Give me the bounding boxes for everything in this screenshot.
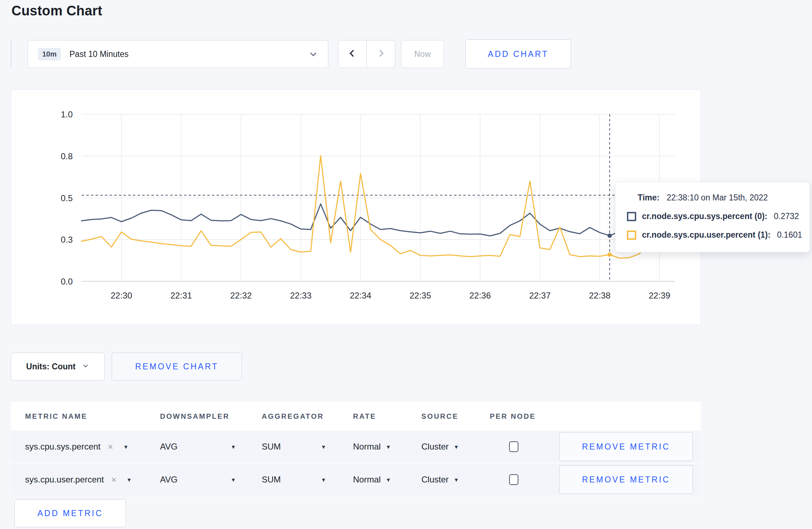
caret-down-icon: ▼ <box>386 444 391 450</box>
svg-text:0.3: 0.3 <box>61 235 73 244</box>
downsampler-value: AVG <box>160 442 178 452</box>
caret-down-icon: ▼ <box>231 444 236 450</box>
tooltip-series-swatch <box>627 212 636 221</box>
metric-name-select[interactable]: sys.cpu.sys.percent × ▼ <box>25 442 160 452</box>
svg-text:22:37: 22:37 <box>529 291 551 300</box>
time-prev-button[interactable] <box>338 40 367 68</box>
svg-text:22:35: 22:35 <box>410 291 431 300</box>
units-dropdown[interactable]: Units: Count <box>11 353 105 380</box>
timeseries-chart[interactable]: 0.00.30.50.81.022:3022:3122:3222:3322:34… <box>11 90 700 324</box>
clear-icon[interactable]: × <box>108 442 113 451</box>
remove-metric-label: REMOVE METRIC <box>582 475 670 485</box>
svg-text:22:31: 22:31 <box>170 291 192 300</box>
caret-down-icon: ▼ <box>454 477 459 483</box>
rate-select[interactable]: Normal ▼ <box>353 475 421 485</box>
tooltip-series-name: cr.node.sys.cpu.sys.percent (0): <box>642 212 767 221</box>
toolbar-divider <box>11 40 11 68</box>
svg-text:22:39: 22:39 <box>649 291 670 300</box>
per-node-checkbox[interactable] <box>509 474 518 485</box>
time-range-label: Past 10 Minutes <box>69 49 129 59</box>
svg-text:1.0: 1.0 <box>61 110 73 119</box>
chart-card: 0.00.30.50.81.022:3022:3122:3222:3322:34… <box>11 89 701 325</box>
time-nav-group <box>338 40 395 68</box>
svg-text:22:33: 22:33 <box>290 291 311 300</box>
metric-name-value: sys.cpu.sys.percent <box>25 442 101 452</box>
metrics-table-header: METRIC NAME DOWNSAMPLER AGGREGATOR RATE … <box>11 402 701 431</box>
source-value: Cluster <box>421 475 449 485</box>
custom-chart-page: Custom Chart 10m Past 10 Minutes Now ADD… <box>0 0 812 529</box>
aggregator-select[interactable]: SUM ▼ <box>262 442 326 452</box>
metric-name-value: sys.cpu.user.percent <box>25 475 104 485</box>
remove-metric-label: REMOVE METRIC <box>582 442 670 452</box>
time-range-badge: 10m <box>38 48 61 60</box>
page-title: Custom Chart <box>11 0 102 21</box>
per-node-checkbox[interactable] <box>509 441 518 452</box>
svg-text:22:36: 22:36 <box>469 291 491 300</box>
remove-metric-button[interactable]: REMOVE METRIC <box>559 465 693 494</box>
tooltip-time-value: 22:38:10 on Mar 15th, 2022 <box>667 193 768 203</box>
rate-value: Normal <box>353 442 381 452</box>
caret-down-icon: ▼ <box>386 477 391 483</box>
metric-row: sys.cpu.sys.percent × ▼ AVG ▼ SUM ▼ Norm… <box>11 431 701 464</box>
tooltip-time-row: Time: 22:38:10 on Mar 15th, 2022 <box>627 193 799 203</box>
time-next-button[interactable] <box>367 40 395 68</box>
caret-down-icon: ▼ <box>231 477 236 483</box>
metric-row: sys.cpu.user.percent × ▼ AVG ▼ SUM ▼ Nor… <box>11 464 701 496</box>
chart-tooltip: Time: 22:38:10 on Mar 15th, 2022 cr.node… <box>615 182 810 252</box>
chevron-down-icon <box>82 362 89 371</box>
clear-icon[interactable]: × <box>111 475 116 484</box>
now-button[interactable]: Now <box>401 40 444 68</box>
col-header-aggregator: AGGREGATOR <box>262 412 353 421</box>
tooltip-series-value: 0.2732 <box>774 212 799 221</box>
rate-select[interactable]: Normal ▼ <box>353 442 421 452</box>
remove-chart-button[interactable]: REMOVE CHART <box>112 353 242 380</box>
svg-text:22:38: 22:38 <box>589 291 610 300</box>
chevron-right-icon <box>376 48 386 60</box>
source-select[interactable]: Cluster ▼ <box>421 475 490 485</box>
col-header-source: SOURCE <box>421 412 490 421</box>
svg-text:22:30: 22:30 <box>111 291 132 300</box>
tooltip-series-name: cr.node.sys.cpu.user.percent (1): <box>642 230 770 240</box>
downsampler-value: AVG <box>160 475 178 485</box>
col-header-downsampler: DOWNSAMPLER <box>160 412 262 421</box>
svg-text:0.5: 0.5 <box>61 193 73 203</box>
svg-text:0.8: 0.8 <box>61 151 73 161</box>
now-button-label: Now <box>414 49 431 59</box>
col-header-per-node: PER NODE <box>490 412 548 421</box>
metric-name-select[interactable]: sys.cpu.user.percent × ▼ <box>25 475 160 485</box>
caret-down-icon: ▼ <box>454 444 459 450</box>
tooltip-series-value: 0.1601 <box>777 230 802 240</box>
time-range-dropdown[interactable]: 10m Past 10 Minutes <box>28 40 328 68</box>
chevron-left-icon <box>348 48 357 60</box>
metrics-table: METRIC NAME DOWNSAMPLER AGGREGATOR RATE … <box>11 402 701 496</box>
tooltip-series-swatch <box>627 230 636 240</box>
downsampler-select[interactable]: AVG ▼ <box>160 475 236 485</box>
caret-down-icon: ▼ <box>123 444 129 450</box>
tooltip-series-row: cr.node.sys.cpu.user.percent (1): 0.1601 <box>627 230 799 240</box>
col-header-metric-name: METRIC NAME <box>25 412 160 421</box>
units-dropdown-label: Units: Count <box>26 362 76 372</box>
aggregator-select[interactable]: SUM ▼ <box>262 475 326 485</box>
add-metric-button[interactable]: ADD METRIC <box>14 499 126 527</box>
remove-metric-button[interactable]: REMOVE METRIC <box>559 432 693 461</box>
add-chart-button[interactable]: ADD CHART <box>465 39 571 69</box>
svg-text:0.0: 0.0 <box>61 277 73 286</box>
remove-chart-label: REMOVE CHART <box>135 362 219 372</box>
add-metric-label: ADD METRIC <box>37 509 103 518</box>
caret-down-icon: ▼ <box>126 477 132 483</box>
tooltip-time-label: Time: <box>638 193 659 203</box>
svg-text:22:32: 22:32 <box>230 291 252 300</box>
source-select[interactable]: Cluster ▼ <box>421 442 490 452</box>
add-chart-label: ADD CHART <box>488 49 549 59</box>
col-header-rate: RATE <box>353 412 421 421</box>
tooltip-series-row: cr.node.sys.cpu.sys.percent (0): 0.2732 <box>627 212 799 221</box>
caret-down-icon: ▼ <box>321 477 326 483</box>
rate-value: Normal <box>353 475 381 485</box>
caret-down-icon: ▼ <box>321 444 326 450</box>
source-value: Cluster <box>421 442 449 452</box>
aggregator-value: SUM <box>262 442 281 452</box>
aggregator-value: SUM <box>262 475 281 485</box>
svg-text:22:34: 22:34 <box>350 291 371 300</box>
chevron-down-icon <box>309 49 318 59</box>
downsampler-select[interactable]: AVG ▼ <box>160 442 236 452</box>
